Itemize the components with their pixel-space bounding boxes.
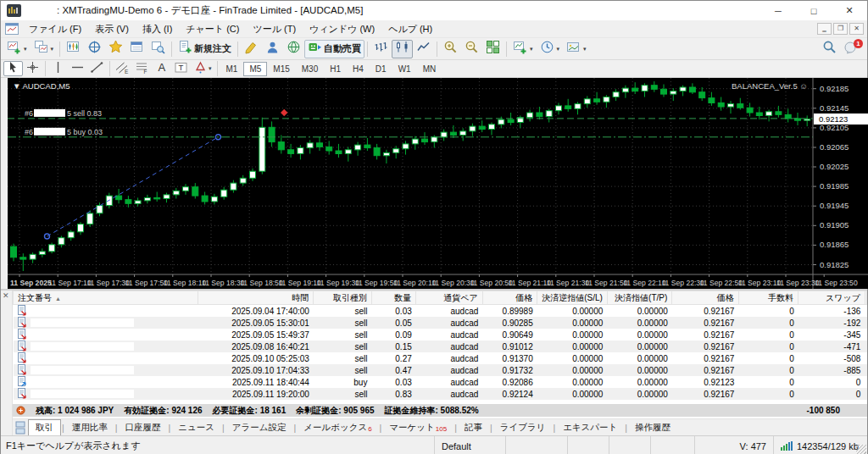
order-row[interactable]: 2025.09.10 05:25:03sell0.27audcad0.91370… <box>14 352 867 364</box>
tile-windows-button[interactable] <box>482 40 504 58</box>
tab-9[interactable]: エキスパート <box>556 420 624 435</box>
resize-grip[interactable] <box>856 445 866 454</box>
timeframe-h4-button[interactable]: H4 <box>347 62 370 76</box>
column-header-3[interactable]: 数量 <box>371 291 415 305</box>
cursor-tool-button[interactable] <box>3 61 23 76</box>
strategy-tester-button[interactable] <box>147 40 169 58</box>
order-row[interactable]: 2025.09.11 18:40:44buy0.03audcad0.920860… <box>14 376 867 388</box>
new-chart-button[interactable]: ▾ <box>3 40 31 58</box>
timeframes-menu-button[interactable]: ▾ <box>537 40 564 58</box>
order-row[interactable]: 2025.09.05 15:30:01sell0.05audcad0.90285… <box>14 317 867 329</box>
status-profile[interactable]: Default <box>434 436 505 454</box>
dropdown-caret-icon[interactable]: ▾ <box>583 46 587 53</box>
timeframe-d1-button[interactable]: D1 <box>370 62 392 76</box>
column-header-9[interactable]: 手数料 <box>738 291 798 305</box>
chart-window-icon[interactable] <box>5 23 19 35</box>
column-header-11[interactable]: 損益 <box>865 291 866 305</box>
new-order-button[interactable]: 新規注文 <box>175 40 235 58</box>
tab-8[interactable]: ライブラリ <box>493 420 553 435</box>
dropdown-caret-icon[interactable]: ▾ <box>24 46 27 53</box>
column-header-0[interactable]: 注文番号▲ <box>14 291 198 305</box>
tab-2[interactable]: 口座履歴 <box>118 420 167 435</box>
terminal-panel-button[interactable] <box>126 40 147 58</box>
dropdown-caret-icon[interactable]: ▾ <box>557 46 560 53</box>
notifications-button[interactable]: 1 <box>840 40 861 58</box>
timeframe-m15-button[interactable]: M15 <box>267 62 295 76</box>
fibonacci-tool-button[interactable]: F <box>132 61 152 76</box>
zoom-out-button[interactable] <box>461 40 482 58</box>
column-header-8[interactable]: 価格 <box>672 291 739 305</box>
zoom-in-button[interactable] <box>440 40 461 58</box>
column-header-7[interactable]: 決済指値(T/P) <box>607 291 672 305</box>
mql5-web-button[interactable] <box>283 40 304 58</box>
column-header-1[interactable]: 時間 <box>198 291 314 305</box>
timeframe-mn-button[interactable]: MN <box>417 62 442 76</box>
column-header-10[interactable]: スワップ <box>798 291 865 305</box>
bar-chart-button[interactable] <box>370 40 392 58</box>
orders-header-row[interactable]: 注文番号▲時間取引種別数量通貨ペア価格決済逆指値(S/L)決済指値(T/P)価格… <box>14 291 867 305</box>
trendline-tool-button[interactable] <box>87 61 107 76</box>
order-row[interactable]: 2025.09.11 19:20:00sell0.83audcad0.92124… <box>14 388 867 400</box>
candle-chart-button[interactable] <box>392 40 413 58</box>
autotrade-button[interactable]: 自動売買 <box>304 40 364 58</box>
tab-1[interactable]: 運用比率 <box>65 420 114 435</box>
tab-3[interactable]: ニュース <box>171 420 221 435</box>
add-indicator-button[interactable]: ▾ <box>509 40 537 58</box>
menu-item-5[interactable]: ウィンドウ (W) <box>303 21 381 37</box>
candlestick-chart[interactable]: 0.921850.921450.921050.920650.920250.919… <box>8 78 868 289</box>
chart-close-button[interactable]: ✕ <box>849 23 864 35</box>
minimize-button[interactable]: ─ <box>760 1 796 20</box>
timeframe-w1-button[interactable]: W1 <box>392 62 417 76</box>
navigator-button[interactable] <box>105 40 126 58</box>
timeframe-m1-button[interactable]: M1 <box>220 62 244 76</box>
order-row[interactable]: 2025.09.10 17:04:33sell0.47audcad0.91732… <box>14 364 867 376</box>
line-chart-button[interactable] <box>413 40 434 58</box>
market-watch-button[interactable] <box>63 40 84 58</box>
search-button[interactable] <box>819 40 840 58</box>
tab-7[interactable]: 記事 <box>458 420 489 435</box>
timeframe-h1-button[interactable]: H1 <box>324 62 347 76</box>
templates-button[interactable]: ▾ <box>563 40 590 58</box>
order-row[interactable]: 2025.09.05 15:49:37sell0.09audcad0.90649… <box>14 329 867 340</box>
metaeditor-button[interactable] <box>241 40 262 58</box>
menu-item-2[interactable]: 挿入 (I) <box>136 21 179 37</box>
maximize-button[interactable]: □ <box>796 1 832 20</box>
menu-item-0[interactable]: ファイル (F) <box>22 21 88 37</box>
profiles-button[interactable]: ▾ <box>31 40 58 58</box>
column-header-6[interactable]: 決済逆指値(S/L) <box>537 291 608 305</box>
text-tool-button[interactable]: A <box>152 61 171 76</box>
timeframe-m5-button[interactable]: M5 <box>243 62 267 76</box>
chart-area[interactable]: 0.921850.921450.921050.920650.920250.919… <box>1 78 867 289</box>
column-header-5[interactable]: 価格 <box>482 291 537 305</box>
tab-0[interactable]: 取引 <box>28 419 61 436</box>
column-header-2[interactable]: 取引種別 <box>314 291 371 305</box>
crosshair-tool-button[interactable] <box>23 61 42 76</box>
menu-item-1[interactable]: 表示 (V) <box>88 21 136 37</box>
dropdown-caret-icon[interactable]: ▾ <box>209 65 212 72</box>
order-row[interactable]: 2025.09.04 17:40:00sell0.03audcad0.89989… <box>14 305 867 318</box>
close-button[interactable]: ✕ <box>832 1 867 20</box>
tab-10[interactable]: 操作履歴 <box>628 420 677 435</box>
menu-item-6[interactable]: ヘルプ (H) <box>381 21 439 37</box>
tab-5[interactable]: メールボックス6 <box>297 420 378 435</box>
community-button[interactable] <box>262 40 283 58</box>
data-window-button[interactable] <box>84 40 105 58</box>
equidistant-channel-tool-button[interactable]: E <box>113 61 132 76</box>
horizontal-line-tool-button[interactable] <box>68 61 87 76</box>
tab-4[interactable]: アラーム設定 <box>225 420 293 435</box>
menu-item-4[interactable]: ツール (T) <box>246 21 303 37</box>
menu-item-3[interactable]: チャート (C) <box>179 21 246 37</box>
tab-6[interactable]: マーケット105 <box>382 420 453 435</box>
dropdown-caret-icon[interactable]: ▾ <box>530 46 533 53</box>
terminal-close-icon[interactable]: ✕ <box>3 292 9 300</box>
column-header-4[interactable]: 通貨ペア <box>416 291 483 305</box>
arrow-shapes-tool-button[interactable]: ▾ <box>191 61 214 76</box>
chart-minimize-button[interactable]: ‗ <box>817 23 832 35</box>
chart-restore-button[interactable]: ❐ <box>833 23 848 35</box>
vertical-line-tool-button[interactable] <box>48 61 68 76</box>
terminal-tabs-icon[interactable] <box>14 421 27 435</box>
order-row[interactable]: 2025.09.08 16:40:21sell0.15audcad0.91012… <box>14 340 867 352</box>
text-label-tool-button[interactable]: T <box>171 61 191 76</box>
dropdown-caret-icon[interactable]: ▾ <box>51 46 54 53</box>
timeframe-m30-button[interactable]: M30 <box>296 62 324 76</box>
